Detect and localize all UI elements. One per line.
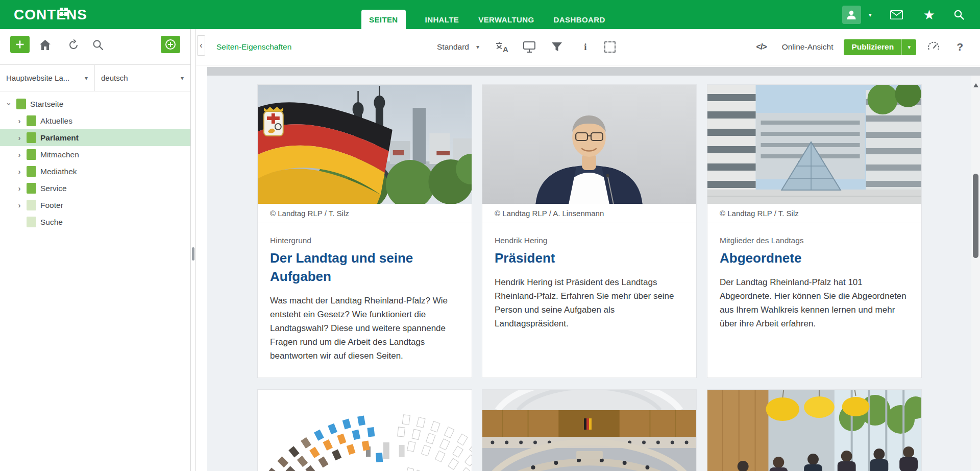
gauge-icon <box>927 41 940 51</box>
filter-button[interactable] <box>549 29 565 65</box>
preview-top-band <box>207 67 980 76</box>
page-preview: © Landtag RLP / T. Silz Hintergrund Der … <box>196 65 980 471</box>
home-button[interactable] <box>39 39 51 51</box>
marquee-select-button[interactable] <box>602 29 618 65</box>
chevron-right-icon[interactable]: › <box>15 133 23 142</box>
tree-item-mediathek[interactable]: › Mediathek <box>0 163 190 180</box>
card-image-meeting-room <box>707 390 921 471</box>
panel-resize-handle[interactable] <box>192 247 194 261</box>
page-tree: › Startseite › Aktuelles › Parlament › M… <box>0 91 190 230</box>
tab-verwaltung[interactable]: VERWALTUNG <box>478 10 534 29</box>
card-image-plenary-hall <box>482 390 696 471</box>
device-preview-button[interactable] <box>522 29 537 65</box>
tree-item-suche[interactable]: Suche <box>0 214 190 230</box>
caret-down-icon: ▾ <box>476 43 479 51</box>
page-node-icon <box>27 200 36 210</box>
tree-item-label: Mediathek <box>40 167 77 176</box>
translate-button[interactable]: A <box>495 29 510 65</box>
card-title-link[interactable]: Der Landtag und seine Aufgaben <box>270 249 459 286</box>
language-dropdown-value: deutsch <box>101 74 128 82</box>
page-editor-panel: ‹ Seiten-Eigenschaften Standard ▾ A <box>196 29 980 471</box>
performance-gauge-button[interactable] <box>927 41 940 53</box>
language-dropdown[interactable]: deutsch ▾ <box>95 65 190 91</box>
tree-item-label: Service <box>40 184 67 193</box>
top-bar: CONTENS SEITEN INHALTE VERWALTUNG DASHBO… <box>0 0 980 29</box>
tree-item-parlament[interactable]: › Parlament <box>0 129 190 146</box>
favorites-star-icon[interactable]: ★ <box>923 8 935 21</box>
image-credit: © Landtag RLP / T. Silz <box>707 204 921 223</box>
card-body: Was macht der Landtag Rheinland-Pfalz? W… <box>270 294 459 363</box>
tree-item-service[interactable]: › Service <box>0 180 190 197</box>
card-image-flag-skyline <box>258 85 472 204</box>
card-image-building <box>707 85 921 204</box>
tree-item-aktuelles[interactable]: › Aktuelles <box>0 112 190 129</box>
user-menu-caret-icon[interactable]: ▾ <box>869 11 872 18</box>
tree-item-label: Footer <box>40 201 63 210</box>
scrollbar-thumb[interactable] <box>973 174 978 258</box>
card-kicker: Mitglieder des Landtags <box>720 236 909 245</box>
preview-scrollbar[interactable] <box>971 76 980 471</box>
marquee-select-icon <box>604 41 616 53</box>
tab-dashboard[interactable]: DASHBOARD <box>554 10 605 29</box>
new-page-button[interactable] <box>10 36 30 53</box>
scrollbar-up-arrow-icon[interactable] <box>973 83 978 87</box>
tree-search-button[interactable] <box>92 39 104 51</box>
chevron-right-icon[interactable]: › <box>15 201 23 209</box>
home-icon <box>39 39 51 51</box>
chevron-right-icon[interactable]: › <box>15 167 23 176</box>
refresh-button[interactable] <box>67 39 80 51</box>
caret-down-icon: ▾ <box>908 44 911 51</box>
svg-text:A: A <box>503 45 508 53</box>
card-kicker: Hintergrund <box>270 236 459 245</box>
contens-grid-icon <box>60 8 68 16</box>
publish-button[interactable]: Publizieren <box>844 39 901 55</box>
teaser-card-partial <box>482 389 697 471</box>
card-image-portrait <box>482 85 696 204</box>
card-title-link[interactable]: Präsident <box>495 249 684 267</box>
global-search-icon[interactable] <box>953 9 965 20</box>
tree-item-label: Suche <box>40 218 63 227</box>
tree-item-label: Aktuelles <box>40 116 72 126</box>
chevron-right-icon[interactable]: › <box>15 184 23 193</box>
variant-dropdown[interactable]: Standard ▾ <box>437 29 479 65</box>
tree-item-mitmachen[interactable]: › Mitmachen <box>0 146 190 163</box>
messages-icon[interactable] <box>890 10 903 19</box>
image-credit: © Landtag RLP / T. Silz <box>258 204 472 223</box>
tab-inhalte[interactable]: INHALTE <box>425 10 459 29</box>
panel-gutter <box>191 29 196 471</box>
source-code-button[interactable]: </> <box>756 42 767 52</box>
card-title-link[interactable]: Abgeordnete <box>720 249 909 267</box>
info-icon: i <box>584 41 586 53</box>
publish-menu-caret[interactable]: ▾ <box>901 39 916 55</box>
tree-item-footer[interactable]: › Footer <box>0 197 190 214</box>
info-button[interactable]: i <box>578 29 593 65</box>
contens-logo: CONTENS <box>14 7 87 23</box>
page-node-icon <box>27 166 36 177</box>
card-image-seating-chart <box>258 390 472 471</box>
editor-toolbar: ‹ Seiten-Eigenschaften Standard ▾ A <box>196 29 980 65</box>
person-icon <box>846 9 857 20</box>
teaser-card: © Landtag RLP / T. Silz Mitglieder des L… <box>707 84 922 378</box>
tree-item-label: Mitmachen <box>40 150 79 159</box>
chevron-left-icon: ‹ <box>200 41 202 50</box>
page-node-icon <box>27 149 36 160</box>
collapse-sidebar-button[interactable]: ‹ <box>197 35 205 56</box>
add-content-button[interactable] <box>161 36 180 53</box>
chevron-right-icon[interactable]: › <box>15 116 23 125</box>
caret-down-icon: ▾ <box>181 75 184 82</box>
chevron-down-icon[interactable]: › <box>5 100 14 108</box>
panel-title[interactable]: Seiten-Eigenschaften <box>216 29 291 65</box>
card-kicker: Hendrik Hering <box>495 236 684 245</box>
chevron-right-icon[interactable]: › <box>15 150 23 159</box>
site-dropdown[interactable]: Hauptwebsite La... ▾ <box>0 65 95 91</box>
help-button[interactable]: ? <box>957 41 963 53</box>
tab-seiten[interactable]: SEITEN <box>361 10 406 29</box>
user-avatar-button[interactable] <box>842 6 861 24</box>
online-view-link[interactable]: Online-Ansicht <box>782 42 834 52</box>
card-body: Hendrik Hering ist Präsident des Landtag… <box>495 275 684 331</box>
caret-down-icon: ▾ <box>85 75 88 82</box>
refresh-icon <box>68 39 79 51</box>
card-body: Der Landtag Rheinland-Pfalz hat 101 Abge… <box>720 275 909 331</box>
teaser-card: © Landtag RLP / A. Linsenmann Hendrik He… <box>482 84 697 378</box>
tree-item-startseite[interactable]: › Startseite <box>0 96 190 112</box>
